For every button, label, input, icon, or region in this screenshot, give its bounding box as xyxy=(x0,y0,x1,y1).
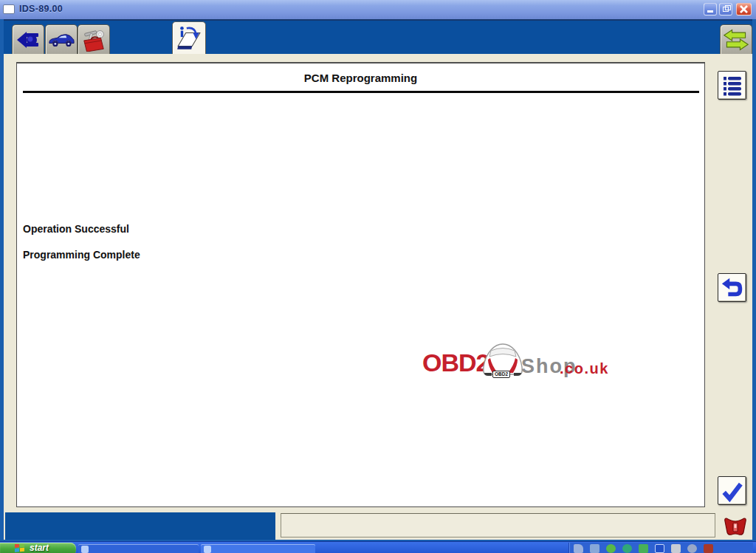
content-panel: PCM Reprogramming Operation Successful P… xyxy=(16,62,705,507)
taskbar: start xyxy=(0,541,756,553)
content-frame: PCM Reprogramming Operation Successful P… xyxy=(4,54,752,540)
minimize-icon xyxy=(707,10,713,13)
close-button[interactable] xyxy=(736,3,752,16)
watermark-license-plate: OBD2 xyxy=(492,371,510,378)
taskbar-window-button-2[interactable] xyxy=(201,544,315,553)
tray-icon-blue-square[interactable] xyxy=(655,544,664,553)
title-bar: IDS-89.00 xyxy=(0,0,756,19)
navigation-arrow-icon xyxy=(16,30,40,49)
exchange-arrows-icon xyxy=(723,28,749,52)
status-message-2: Programming Complete xyxy=(23,249,140,261)
tray-icon-gray[interactable] xyxy=(671,544,681,553)
watermark-obd2: OBD2 xyxy=(422,350,489,375)
window-icon xyxy=(3,4,15,14)
tray-icon-teal[interactable] xyxy=(622,544,632,553)
page-title: PCM Reprogramming xyxy=(17,72,704,84)
minimize-button[interactable] xyxy=(704,3,717,16)
system-tray xyxy=(568,543,753,553)
windows-flag-icon xyxy=(15,544,24,553)
return-arrow-icon xyxy=(721,276,744,300)
toolbar xyxy=(0,19,756,54)
window-border-right xyxy=(752,19,756,540)
start-button[interactable]: start xyxy=(0,543,76,553)
tab-toolbox[interactable] xyxy=(78,24,110,54)
list-menu-icon xyxy=(721,75,743,97)
status-message-field xyxy=(281,513,715,537)
status-block xyxy=(5,512,275,540)
info-book-icon xyxy=(176,25,202,52)
tray-icon-signal[interactable] xyxy=(574,544,583,553)
ids-application-window: IDS-89.00 xyxy=(0,0,756,553)
window-title: IDS-89.00 xyxy=(19,4,63,14)
restore-button[interactable] xyxy=(719,3,732,16)
tab-navigation[interactable] xyxy=(12,24,44,54)
vcm-status-icon[interactable] xyxy=(724,516,747,537)
tray-icon-network[interactable] xyxy=(590,544,599,553)
toolbox-icon xyxy=(81,28,106,52)
close-icon xyxy=(737,4,751,15)
confirm-button[interactable] xyxy=(718,476,746,505)
tray-icon-green[interactable] xyxy=(606,544,616,553)
taskbar-window-button-1[interactable] xyxy=(78,544,199,553)
car-icon xyxy=(48,31,75,49)
tray-icon-shield[interactable] xyxy=(639,544,648,553)
watermark-couk: .co.uk xyxy=(560,361,609,376)
tab-data-exchange[interactable] xyxy=(720,24,752,54)
tab-vehicle[interactable] xyxy=(45,24,78,54)
return-button[interactable] xyxy=(718,273,746,302)
status-message-1: Operation Successful xyxy=(23,223,129,235)
task-button-icon xyxy=(81,546,89,553)
tray-icon-red[interactable] xyxy=(704,544,713,553)
task-button-icon xyxy=(204,546,211,553)
checkmark-icon xyxy=(721,479,744,503)
title-divider xyxy=(23,91,699,93)
tab-info[interactable] xyxy=(172,21,206,54)
restore-icon-front xyxy=(723,7,729,12)
start-label: start xyxy=(30,543,49,553)
tray-icon-silver[interactable] xyxy=(687,544,697,553)
menu-button[interactable] xyxy=(718,71,746,100)
